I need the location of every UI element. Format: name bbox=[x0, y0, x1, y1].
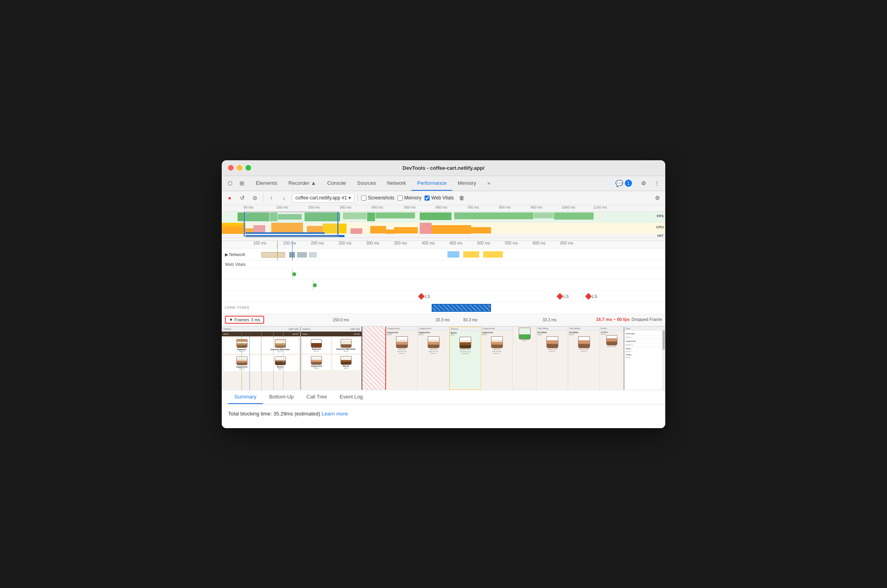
tab-event-log[interactable]: Event Log bbox=[333, 390, 369, 404]
long-task-block[interactable] bbox=[432, 304, 491, 312]
ls-label-3: LS bbox=[592, 294, 597, 299]
frame-dur-4: 33.3 ms bbox=[542, 318, 557, 322]
ls-diamond-2 bbox=[557, 293, 563, 300]
frame-flatwhite-1: Flat White Flat White $18.00 steamed mil… bbox=[537, 327, 568, 390]
webvitals-row-label: Web Vitals bbox=[225, 262, 246, 267]
frame-cart-panel: Cart Americano $7.00 x 1 Cappuccino $19.… bbox=[624, 327, 663, 390]
sep2 bbox=[358, 194, 358, 202]
sep1 bbox=[263, 194, 263, 202]
mark-200ms: 200 ms bbox=[311, 241, 324, 245]
frame-dur-2: 33.3 ms bbox=[436, 318, 450, 322]
chat-button[interactable]: 💬 1 bbox=[612, 179, 635, 188]
net-activity bbox=[246, 235, 345, 237]
webvitals-checkbox[interactable]: Web Vitals bbox=[424, 195, 454, 201]
main-timeline[interactable]: 100 ms 150 ms 200 ms 250 ms 300 ms 350 m… bbox=[222, 241, 665, 327]
tab-more[interactable]: » bbox=[482, 176, 496, 191]
ls-marker-2: LS bbox=[558, 294, 569, 299]
tab-console[interactable]: Console bbox=[322, 176, 352, 191]
tab-performance[interactable]: Performance bbox=[411, 176, 452, 191]
timeline-overview[interactable]: 50 ms 150 ms 250 ms 350 ms 450 ms 550 ms… bbox=[222, 205, 665, 241]
frame-1-nav: menu cart (0) bbox=[222, 332, 300, 336]
tab-memory[interactable]: Memory bbox=[452, 176, 482, 191]
network-chevron[interactable]: ▶ bbox=[225, 252, 228, 257]
memory-label: Memory bbox=[404, 195, 421, 201]
mark-300ms: 300 ms bbox=[366, 241, 379, 245]
device-icon[interactable]: ⊞ bbox=[237, 178, 247, 188]
tab-network[interactable]: Network bbox=[382, 176, 412, 191]
mark-500ms: 500 ms bbox=[477, 241, 490, 245]
cursor-icon[interactable]: ⬡ bbox=[225, 178, 235, 188]
summary-blocking-time: Total blocking time: 35.29ms (estimated) bbox=[228, 411, 320, 417]
refresh-button[interactable]: ↺ bbox=[238, 193, 247, 203]
upload-button[interactable]: ↑ bbox=[266, 193, 276, 203]
fps-bar: FPS bbox=[222, 212, 665, 223]
frames-ms: 3 ms bbox=[251, 317, 260, 322]
timeline-cursor bbox=[292, 241, 293, 248]
dropped-frame-ms: 16.7 ms ~ 60 fps bbox=[596, 317, 630, 322]
tab-recorder[interactable]: Recorder ▲ bbox=[283, 176, 322, 191]
memory-checkbox[interactable]: Memory bbox=[398, 195, 421, 201]
mark-150ms: 150 ms bbox=[283, 241, 296, 245]
more-tab-icon[interactable]: ⋮ bbox=[652, 178, 662, 188]
wv-line-1 bbox=[292, 269, 293, 279]
webvitals-input[interactable] bbox=[424, 195, 430, 201]
screenshots-input[interactable] bbox=[361, 195, 366, 201]
tab-elements[interactable]: Elements bbox=[250, 176, 283, 191]
wv-dot-row1 bbox=[222, 269, 665, 280]
learn-more-link[interactable]: Learn more bbox=[322, 411, 348, 417]
tab-sources[interactable]: Sources bbox=[352, 176, 382, 191]
ruler-50ms: 50 ms bbox=[244, 205, 253, 209]
target-selector[interactable]: coffee-cart.netlify.app #1 ▾ bbox=[292, 193, 354, 203]
toolbar-settings-button[interactable]: ⚙ bbox=[653, 193, 662, 203]
net-item-3 bbox=[297, 252, 307, 258]
dropped-frame-label: Dropped Frame bbox=[632, 317, 662, 322]
net-bar: NET bbox=[222, 234, 665, 238]
webvitals-label-area: Web Vitals bbox=[222, 262, 253, 267]
frame-item-macchiato: Espresso Macchiato $12.00 bbox=[262, 338, 299, 354]
close-button[interactable] bbox=[228, 165, 234, 171]
chat-badge: 1 bbox=[625, 180, 632, 187]
tab-bottom-up[interactable]: Bottom-Up bbox=[263, 390, 300, 404]
long-tasks-label: LONG TASKS bbox=[222, 305, 253, 309]
overview-ruler: 50 ms 150 ms 250 ms 350 ms 450 ms 550 ms… bbox=[222, 205, 665, 212]
maximize-button[interactable] bbox=[246, 165, 251, 171]
timeline-scrollbar[interactable] bbox=[662, 327, 665, 390]
scrollbar-thumb[interactable] bbox=[662, 330, 665, 350]
record-button[interactable]: ● bbox=[225, 193, 234, 203]
download-button[interactable]: ↓ bbox=[279, 193, 289, 203]
tab-summary[interactable]: Summary bbox=[228, 390, 263, 404]
ls-label-1: LS bbox=[425, 294, 430, 299]
ruler-750ms: 750 ms bbox=[467, 205, 479, 209]
frame-capp-3: Cappuccino Cappuccino $19.00 milk foam s… bbox=[481, 327, 513, 390]
network-content bbox=[253, 249, 665, 260]
settings-tab-icon[interactable]: ⚙ bbox=[638, 178, 649, 188]
screenshots-checkbox[interactable]: Screenshots bbox=[361, 195, 394, 201]
tab-call-tree[interactable]: Call Tree bbox=[300, 390, 333, 404]
devtools-window: DevTools - coffee-cart.netlify.app/ ⬡ ⊞ … bbox=[222, 160, 665, 428]
long-tasks-row: LONG TASKS bbox=[222, 302, 665, 314]
clear-button[interactable]: ⊘ bbox=[250, 193, 260, 203]
mark-450ms: 450 ms bbox=[449, 241, 463, 245]
mark-650ms: 650 ms bbox=[560, 241, 573, 245]
memory-input[interactable] bbox=[398, 195, 403, 201]
frame-flatwhite-small: Flat W... Flat White $18.00 steamed milk bbox=[600, 327, 624, 390]
toolbar: ● ↺ ⊘ ↑ ↓ coffee-cart.netlify.app #1 ▾ S… bbox=[222, 191, 665, 205]
ruler-150ms: 150 ms bbox=[276, 205, 288, 209]
ls-label-2: LS bbox=[563, 294, 569, 299]
frame-group-2: Cappuccino Cappuccino $19.00 milk foam s… bbox=[386, 327, 665, 390]
ls-marker-1: LS bbox=[419, 294, 430, 299]
wv-dot-2 bbox=[313, 283, 317, 287]
minimize-button[interactable] bbox=[237, 165, 242, 171]
net-item-4 bbox=[309, 252, 317, 258]
mark-600ms: 600 ms bbox=[533, 241, 546, 245]
titlebar: DevTools - coffee-cart.netlify.app/ bbox=[222, 160, 665, 176]
tab-bar: ⬡ ⊞ Elements Recorder ▲ Console Sources … bbox=[222, 176, 665, 191]
fps-block-5 bbox=[343, 212, 367, 220]
ruler-1150ms: 1150 ms bbox=[593, 205, 607, 209]
ls-marker-3: LS bbox=[586, 294, 597, 299]
frames-label: ▼ Frames bbox=[229, 317, 249, 322]
net-cursor-blue bbox=[292, 249, 293, 260]
net-item-1 bbox=[261, 252, 285, 258]
trash-button[interactable]: 🗑 bbox=[457, 193, 466, 203]
tab-icons: ⬡ ⊞ bbox=[225, 178, 247, 188]
